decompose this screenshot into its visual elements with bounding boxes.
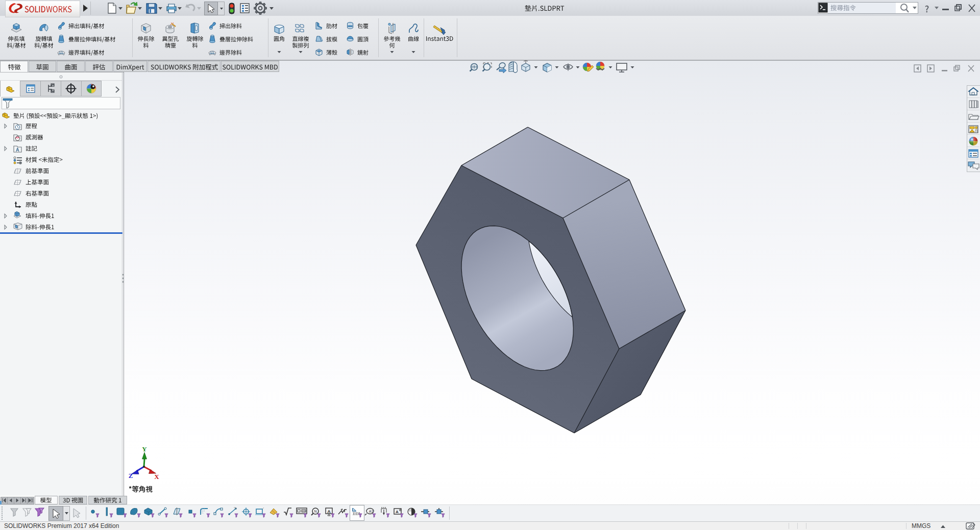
svg-text:A: A (396, 510, 399, 514)
svg-text:A1: A1 (369, 510, 374, 513)
svg-text:Y: Y (142, 445, 147, 453)
svg-text:N: N (314, 510, 316, 513)
svg-text:Z: Z (129, 472, 133, 479)
svg-text:03: 03 (302, 510, 306, 513)
svg-text:A: A (327, 509, 331, 514)
svg-text:X: X (154, 473, 159, 480)
